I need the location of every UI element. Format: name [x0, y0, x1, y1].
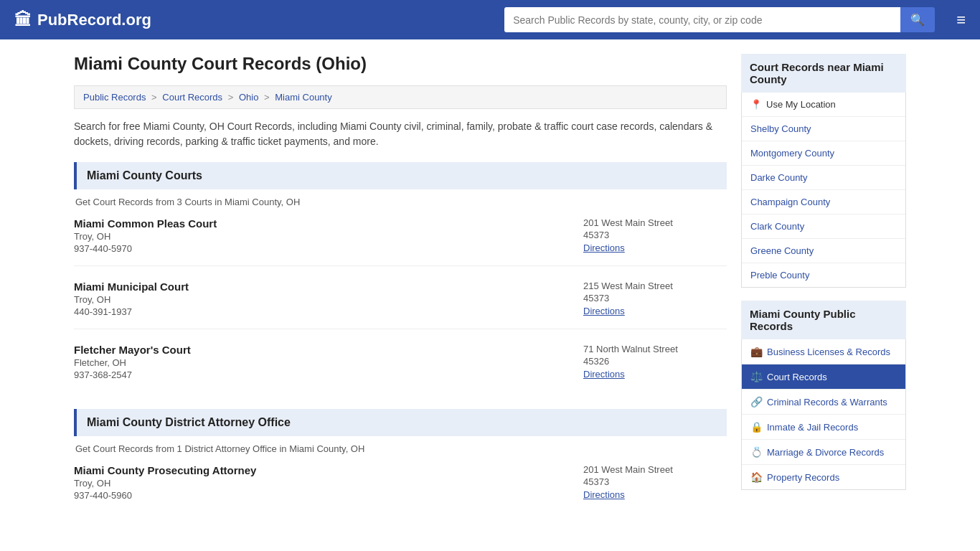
court-directions-2[interactable]: Directions — [583, 306, 625, 316]
use-location-label: Use My Location — [766, 99, 836, 110]
nearby-greene[interactable]: Greene County — [742, 239, 905, 263]
scales-icon: ⚖️ — [750, 371, 763, 382]
court-zip-2: 45373 — [583, 293, 727, 303]
court-directions-1[interactable]: Directions — [583, 242, 625, 253]
nearby-preble[interactable]: Preble County — [742, 263, 905, 287]
court-phone-2: 440-391-1937 — [74, 306, 189, 317]
breadcrumb-court-records[interactable]: Court Records — [162, 92, 222, 103]
court-location-1: Troy, OH — [74, 231, 217, 242]
page-description: Search for free Miami County, OH Court R… — [74, 119, 727, 149]
court-entry-3: Fletcher Mayor's Court Fletcher, OH 937-… — [74, 344, 727, 392]
court-zip-1: 45373 — [583, 230, 727, 240]
public-records-header: Miami County Public Records — [741, 301, 906, 339]
page-title: Miami County Court Records (Ohio) — [74, 54, 727, 74]
court-entry-1: Miami Common Pleas Court Troy, OH 937-44… — [74, 217, 727, 266]
breadcrumb-public-records[interactable]: Public Records — [83, 92, 146, 103]
sidebar-business-licenses[interactable]: 💼 Business Licenses & Records — [742, 339, 905, 364]
court-location-2: Troy, OH — [74, 294, 189, 305]
da-section-header: Miami County District Attorney Office — [74, 409, 727, 436]
main-container: Miami County Court Records (Ohio) Public… — [60, 39, 920, 544]
site-header: 🏛 PubRecord.org 🔍 ≡ — [0, 0, 980, 39]
nearby-champaign[interactable]: Champaign County — [742, 190, 905, 215]
court-zip-3: 45326 — [583, 356, 727, 367]
breadcrumb: Public Records > Court Records > Ohio > … — [74, 85, 727, 109]
site-logo[interactable]: 🏛 PubRecord.org — [14, 10, 151, 30]
sidebar-inmate-records[interactable]: 🔒 Inmate & Jail Records — [742, 415, 905, 440]
search-input[interactable] — [504, 7, 900, 32]
court-name-1: Miami Common Pleas Court — [74, 217, 217, 230]
court-phone-3: 937-368-2547 — [74, 369, 191, 380]
house-icon: 🏠 — [750, 471, 763, 483]
briefcase-icon: 💼 — [750, 346, 763, 357]
sidebar-court-records[interactable]: ⚖️ Court Records — [742, 364, 905, 390]
nearby-clark[interactable]: Clark County — [742, 215, 905, 239]
chain-icon: 🔗 — [750, 396, 763, 408]
menu-button[interactable]: ≡ — [956, 11, 966, 29]
court-directions-3[interactable]: Directions — [583, 369, 625, 380]
nearby-header: Court Records near Miami County — [741, 54, 906, 93]
court-phone-1: 937-440-5970 — [74, 243, 217, 254]
lock-icon: 🔒 — [750, 421, 763, 433]
breadcrumb-miami-county[interactable]: Miami County — [275, 92, 331, 103]
public-records-list: 💼 Business Licenses & Records ⚖️ Court R… — [741, 339, 906, 490]
ring-icon: 💍 — [750, 446, 763, 458]
court-name-2: Miami Municipal Court — [74, 281, 189, 293]
sidebar-criminal-records[interactable]: 🔗 Criminal Records & Warrants — [742, 390, 905, 415]
da-phone-1: 937-440-5960 — [74, 490, 256, 501]
nearby-montgomery[interactable]: Montgomery County — [742, 141, 905, 166]
content-area: Miami County Court Records (Ohio) Public… — [74, 54, 727, 529]
courts-section: Miami County Courts Get Court Records fr… — [74, 162, 727, 392]
da-location-1: Troy, OH — [74, 478, 256, 489]
court-address-3: 71 North Walnut Street — [583, 344, 727, 354]
nearby-darke[interactable]: Darke County — [742, 166, 905, 190]
court-entry-2: Miami Municipal Court Troy, OH 440-391-1… — [74, 281, 727, 329]
courts-section-header: Miami County Courts — [74, 162, 727, 189]
court-address-1: 201 West Main Street — [583, 217, 727, 228]
court-address-2: 215 West Main Street — [583, 281, 727, 291]
da-directions-1[interactable]: Directions — [583, 489, 625, 500]
da-address-1: 201 West Main Street — [583, 464, 727, 475]
da-zip-1: 45373 — [583, 476, 727, 487]
da-name-1: Miami County Prosecuting Attorney — [74, 464, 256, 476]
nearby-shelby[interactable]: Shelby County — [742, 117, 905, 141]
sidebar: Court Records near Miami County 📍 Use My… — [741, 54, 906, 529]
search-bar: 🔍 — [504, 7, 935, 32]
logo-icon: 🏛 — [14, 10, 32, 30]
court-location-3: Fletcher, OH — [74, 357, 191, 368]
use-location-item[interactable]: 📍 Use My Location — [742, 93, 905, 117]
sidebar-property-records[interactable]: 🏠 Property Records — [742, 465, 905, 489]
court-name-3: Fletcher Mayor's Court — [74, 344, 191, 356]
logo-text: PubRecord.org — [37, 11, 151, 29]
breadcrumb-ohio[interactable]: Ohio — [239, 92, 258, 103]
courts-subtext: Get Court Records from 3 Courts in Miami… — [74, 197, 727, 207]
da-subtext: Get Court Records from 1 District Attorn… — [74, 443, 727, 454]
location-icon: 📍 — [750, 99, 762, 110]
sidebar-marriage-records[interactable]: 💍 Marriage & Divorce Records — [742, 440, 905, 465]
da-entry-1: Miami County Prosecuting Attorney Troy, … — [74, 464, 727, 512]
search-button[interactable]: 🔍 — [900, 7, 935, 32]
da-section: Miami County District Attorney Office Ge… — [74, 409, 727, 512]
nearby-list: 📍 Use My Location Shelby County Montgome… — [741, 93, 906, 288]
